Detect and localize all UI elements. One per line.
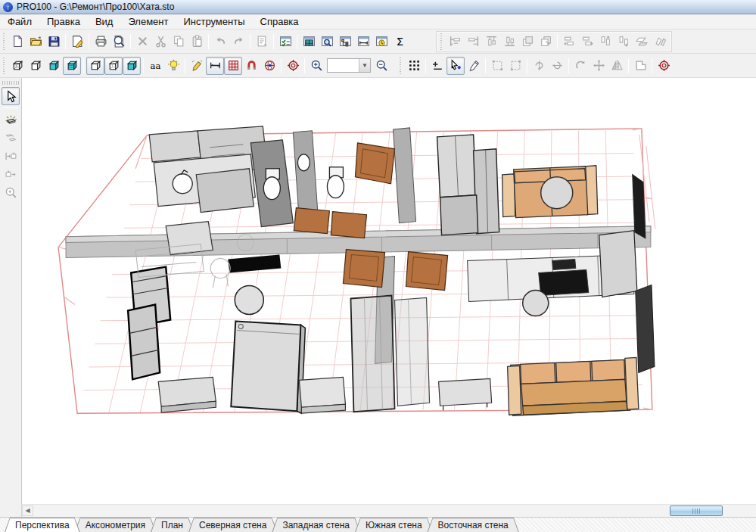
view-texture-button[interactable] [63,57,81,75]
price-report-button[interactable] [372,33,390,51]
show-grid-button[interactable] [224,57,242,75]
corner-join-icon [634,59,647,72]
cut-icon [154,35,167,48]
save-button[interactable] [45,33,63,51]
sofa-bottom[interactable] [508,357,639,415]
options-check-icon [279,35,292,48]
select-pointer-button[interactable] [446,57,465,75]
new-document-button[interactable] [8,33,26,51]
menu-item-tools[interactable]: Инструменты [176,15,252,28]
new-element-button[interactable] [2,110,20,129]
align-top-button [482,33,500,51]
zoom-in-button[interactable] [307,57,325,75]
menu-item-edit[interactable]: Правка [39,15,88,28]
view-wireframe-button[interactable] [8,57,26,75]
structure-tree-button[interactable] [336,33,354,51]
menu-item-help[interactable]: Справка [253,15,306,28]
toolbar-separator [273,34,274,49]
sketch-mode-button[interactable] [188,57,206,75]
show-dimensions-button[interactable] [206,57,224,75]
bed[interactable] [231,321,305,413]
toolbar-separator [281,58,282,73]
move-free-icon [593,59,605,72]
horizontal-scrollbar[interactable]: ◀ [22,504,756,517]
tab-perspective[interactable]: Перспектива [5,518,80,532]
tab-north-wall[interactable]: Северная стена [188,518,277,532]
center-target-button[interactable] [284,57,302,75]
preview-window-button[interactable] [318,33,336,51]
show-edges-button[interactable] [86,57,104,75]
sum-button[interactable]: Σ [390,33,409,51]
print-button[interactable] [92,33,110,51]
corner-join-button [631,57,649,75]
show-translucent-button[interactable] [104,57,123,75]
space-right-button [578,33,596,51]
options-check-button[interactable] [276,33,294,51]
space-left-icon [563,35,576,48]
round-table[interactable] [235,286,263,315]
pointer-tool-button[interactable] [2,87,20,105]
slant-horizontal-button [633,33,651,51]
font-aa-icon: aa [149,59,162,72]
toolbar-separator [425,58,426,73]
redo-icon [232,35,245,48]
rotate-vertical-button [530,57,548,75]
tab-plan[interactable]: План [151,518,194,532]
toolbar-gripper[interactable] [2,33,6,50]
align-left-button [446,33,464,51]
move-free-button [590,57,608,75]
edit-sheet-button[interactable] [68,33,86,51]
door [294,208,329,234]
open-folder-button[interactable] [26,33,45,51]
glass-cabinets[interactable] [350,295,429,412]
toolbar-gripper[interactable] [399,58,403,74]
wardrobes-left[interactable] [128,267,170,380]
benches[interactable] [158,377,491,413]
align-right-icon [467,35,480,48]
menu-item-view[interactable]: Вид [88,15,121,28]
plus-minus-button[interactable] [428,57,446,75]
tv-flat[interactable] [228,255,281,273]
materials-list-icon [303,35,316,48]
menu-item-file[interactable]: Файл [0,15,39,28]
tab-axonometry[interactable]: Аксонометрия [75,518,156,532]
toolbar-gripper[interactable] [440,33,443,50]
space-down-button [614,33,633,51]
tab-south-wall[interactable]: Южная стена [355,518,433,532]
view-hidden-button[interactable] [26,57,45,75]
edit-points-button[interactable] [465,57,483,75]
dimensions-window-button[interactable] [354,33,372,51]
scroll-left-button[interactable]: ◀ [22,506,33,516]
print-preview-button[interactable] [110,33,128,51]
tab-west-wall[interactable]: Западная стена [272,518,360,532]
zoom-level-combobox[interactable]: ▼ [327,58,371,73]
scrollbar-thumb[interactable] [670,506,723,516]
show-dimensions-icon [209,59,222,72]
scrollbar-row: ◀ [0,504,756,517]
chevron-down-icon[interactable]: ▼ [359,59,370,72]
menu-item-element[interactable]: Элемент [120,15,176,28]
view-hidden-icon [30,59,42,72]
center-target-icon [287,59,300,72]
snap-sphere-button[interactable] [260,57,278,75]
center-target-2-button[interactable] [655,57,673,75]
show-solid-icon [126,59,138,72]
bring-forward-icon [521,35,534,48]
materials-list-button[interactable] [300,33,318,51]
view-color-button[interactable] [45,57,63,75]
show-solid-button[interactable] [123,57,141,75]
toolbar-separator [485,58,486,73]
toolbar-separator [568,58,569,73]
wardrobes-top[interactable] [437,135,499,235]
toolbar-gripper[interactable] [2,58,6,74]
tab-east-wall[interactable]: Восточная стена [428,518,519,532]
zoom-out-button[interactable] [372,57,390,75]
rect-select-2-icon [509,59,522,72]
snap-magnet-button[interactable] [242,57,260,75]
font-aa-button[interactable]: aa [146,57,164,75]
sofa-top[interactable] [502,166,598,218]
design-viewport[interactable] [22,78,756,504]
selection-depth-button[interactable] [405,57,423,75]
slant-vertical-icon [654,35,667,48]
light-button[interactable] [164,57,182,75]
